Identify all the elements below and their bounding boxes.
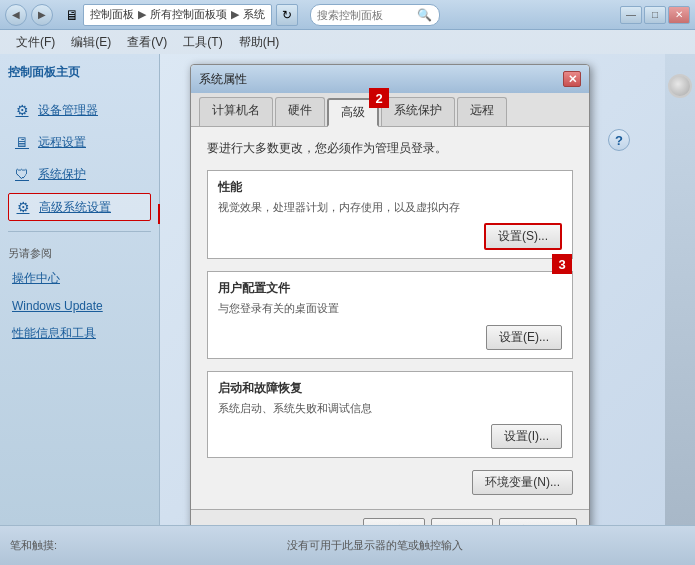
title-bar: ◀ ▶ 🖥 控制面板 ▶ 所有控制面板项 ▶ 系统 ↻ 🔍 — □	[0, 0, 695, 30]
startup-recovery-desc: 系统启动、系统失败和调试信息	[218, 401, 562, 416]
startup-recovery-section: 启动和故障恢复 系统启动、系统失败和调试信息 设置(I)...	[207, 371, 573, 458]
dialog-tabs: 计算机名 硬件 高级 2 系统保护 远程	[191, 93, 589, 127]
path-part-3: 系统	[243, 7, 265, 22]
main-window: ◀ ▶ 🖥 控制面板 ▶ 所有控制面板项 ▶ 系统 ↻ 🔍 — □	[0, 0, 695, 565]
tab-hardware[interactable]: 硬件	[275, 97, 325, 126]
refresh-button[interactable]: ↻	[276, 4, 298, 26]
windows-update-label: Windows Update	[12, 299, 103, 313]
title-bar-left: ◀ ▶ 🖥 控制面板 ▶ 所有控制面板项 ▶ 系统 ↻ 🔍	[5, 4, 440, 26]
menu-view[interactable]: 查看(V)	[119, 31, 175, 54]
sidebar-label-advanced: 高级系统设置	[39, 199, 111, 216]
search-input[interactable]	[317, 9, 417, 21]
dialog-close-button[interactable]: ✕	[563, 71, 581, 87]
tab-computer-name[interactable]: 计算机名	[199, 97, 273, 126]
user-profiles-section: 用户配置文件 与您登录有关的桌面设置 设置(E)...	[207, 271, 573, 358]
menu-tools[interactable]: 工具(T)	[175, 31, 230, 54]
tab-system-protection[interactable]: 系统保护	[381, 97, 455, 126]
dialog-overlay: 系统属性 ✕ 计算机名 硬件 高级 2 系统保护 远程	[160, 54, 665, 525]
menu-bar: 文件(F) 编辑(E) 查看(V) 工具(T) 帮助(H)	[0, 30, 695, 54]
performance-btn-row: 设置(S)... 3	[218, 223, 562, 250]
path-sep-1: ▶	[138, 8, 146, 21]
sidebar-item-devices[interactable]: ⚙ 设备管理器	[8, 97, 151, 123]
remote-icon: 🖥	[12, 132, 32, 152]
sidebar-link-action-center[interactable]: 操作中心	[8, 267, 151, 290]
dialog-note: 要进行大多数更改，您必须作为管理员登录。	[207, 141, 573, 156]
minimize-button[interactable]: —	[620, 6, 642, 24]
address-path[interactable]: 控制面板 ▶ 所有控制面板项 ▶ 系统	[83, 4, 272, 26]
user-profiles-title: 用户配置文件	[218, 280, 562, 297]
sidebar-label-devices: 设备管理器	[38, 102, 98, 119]
menu-file[interactable]: 文件(F)	[8, 31, 63, 54]
user-profiles-settings-button[interactable]: 设置(E)...	[486, 325, 562, 350]
status-value: 没有可用于此显示器的笔或触控输入	[65, 538, 685, 553]
sidebar-header: 控制面板主页	[8, 64, 151, 85]
search-icon: 🔍	[417, 8, 432, 22]
user-profiles-desc: 与您登录有关的桌面设置	[218, 301, 562, 316]
performance-desc: 视觉效果，处理器计划，内存使用，以及虚拟内存	[218, 200, 562, 215]
content-area: 控制面板主页 ⚙ 设备管理器 🖥 远程设置 🛡 系统保护 ⚙ 高级系统设置 1 …	[0, 54, 695, 525]
cd-icon	[668, 74, 692, 98]
startup-recovery-title: 启动和故障恢复	[218, 380, 562, 397]
apply-button[interactable]: 应用(A)	[499, 518, 577, 525]
status-bar: 笔和触摸: 没有可用于此显示器的笔或触控输入	[0, 525, 695, 565]
search-box[interactable]: 🔍	[310, 4, 440, 26]
dialog-title: 系统属性	[199, 71, 247, 88]
annotation-2: 2	[369, 88, 389, 108]
sidebar: 控制面板主页 ⚙ 设备管理器 🖥 远程设置 🛡 系统保护 ⚙ 高级系统设置 1 …	[0, 54, 160, 525]
protection-icon: 🛡	[12, 164, 32, 184]
sidebar-section-title: 另请参阅	[8, 246, 151, 261]
dialog-footer: 确定 取消 应用(A)	[191, 509, 589, 525]
system-properties-dialog: 系统属性 ✕ 计算机名 硬件 高级 2 系统保护 远程	[190, 64, 590, 525]
performance-section: 性能 视觉效果，处理器计划，内存使用，以及虚拟内存 设置(S)... 3	[207, 170, 573, 259]
sidebar-item-advanced[interactable]: ⚙ 高级系统设置 1	[8, 193, 151, 221]
ok-button[interactable]: 确定	[363, 518, 425, 525]
env-variables-button[interactable]: 环境变量(N)...	[472, 470, 573, 495]
maximize-button[interactable]: □	[644, 6, 666, 24]
tab-advanced-label: 高级	[341, 105, 365, 119]
advanced-icon: ⚙	[13, 197, 33, 217]
tab-advanced[interactable]: 高级 2	[327, 98, 379, 127]
sidebar-label-remote: 远程设置	[38, 134, 86, 151]
sidebar-label-protection: 系统保护	[38, 166, 86, 183]
sidebar-link-performance[interactable]: 性能信息和工具	[8, 322, 151, 345]
cancel-button[interactable]: 取消	[431, 518, 493, 525]
path-part-2: 所有控制面板项	[150, 7, 227, 22]
dialog-body: 要进行大多数更改，您必须作为管理员登录。 性能 视觉效果，处理器计划，内存使用，…	[191, 127, 589, 509]
performance-label: 性能信息和工具	[12, 325, 96, 342]
close-button[interactable]: ✕	[668, 6, 690, 24]
back-button[interactable]: ◀	[5, 4, 27, 26]
menu-help[interactable]: 帮助(H)	[231, 31, 288, 54]
menu-edit[interactable]: 编辑(E)	[63, 31, 119, 54]
device-manager-icon: ⚙	[12, 100, 32, 120]
sidebar-item-remote[interactable]: 🖥 远程设置	[8, 129, 151, 155]
startup-recovery-btn-row: 设置(I)...	[218, 424, 562, 449]
path-sep-2: ▶	[231, 8, 239, 21]
sidebar-item-protection[interactable]: 🛡 系统保护	[8, 161, 151, 187]
title-controls: — □ ✕	[620, 6, 690, 24]
user-profiles-btn-row: 设置(E)...	[218, 325, 562, 350]
path-part-1: 控制面板	[90, 7, 134, 22]
sidebar-link-windows-update[interactable]: Windows Update	[8, 296, 151, 316]
tab-remote[interactable]: 远程	[457, 97, 507, 126]
right-strip	[665, 54, 695, 525]
sidebar-divider	[8, 231, 151, 232]
action-center-label: 操作中心	[12, 270, 60, 287]
main-panel: ? 系统属性 ✕ 计算机名 硬件 高级	[160, 54, 665, 525]
annotation-3: 3	[552, 254, 572, 274]
dialog-title-bar: 系统属性 ✕	[191, 65, 589, 93]
status-label: 笔和触摸:	[10, 538, 57, 553]
startup-recovery-settings-button[interactable]: 设置(I)...	[491, 424, 562, 449]
performance-title: 性能	[218, 179, 562, 196]
forward-button[interactable]: ▶	[31, 4, 53, 26]
address-bar: 🖥 控制面板 ▶ 所有控制面板项 ▶ 系统 ↻	[65, 4, 298, 26]
performance-settings-button[interactable]: 设置(S)...	[484, 223, 562, 250]
